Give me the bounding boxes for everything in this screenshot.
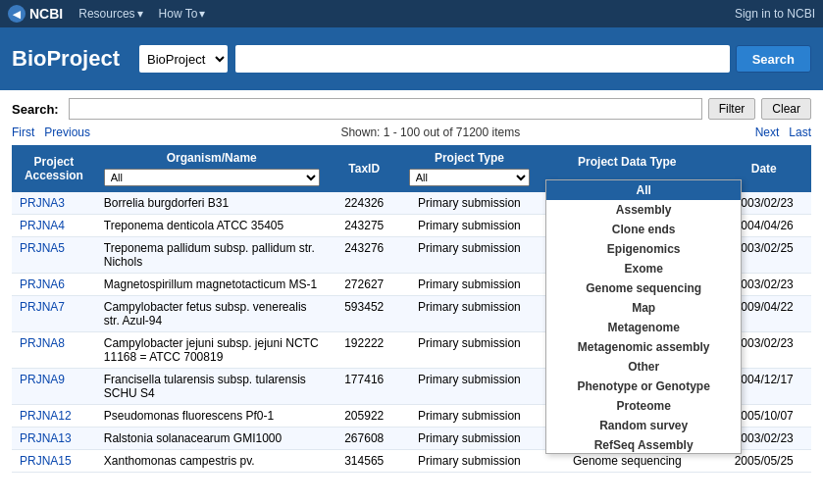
projdata-option[interactable]: Exome <box>546 259 741 278</box>
cell-projtype: Primary submission <box>401 274 538 296</box>
search-input[interactable] <box>235 45 730 73</box>
cell-projtype: Primary submission <box>401 369 538 405</box>
accession-link[interactable]: PRJNA8 <box>20 336 65 350</box>
search-button[interactable]: Search <box>736 45 811 73</box>
accession-link[interactable]: PRJNA9 <box>20 373 65 386</box>
cell-projtype: Primary submission <box>401 428 538 450</box>
accession-link[interactable]: PRJNA7 <box>20 300 65 314</box>
cell-organism: Treponema pallidum subsp. pallidum str. … <box>96 237 328 274</box>
cell-projtype: Primary submission <box>401 332 538 369</box>
search-row: Search: Filter Clear <box>12 98 811 120</box>
filter-button[interactable]: Filter <box>708 98 756 120</box>
projdata-option[interactable]: Epigenomics <box>546 239 741 259</box>
ncbi-label: NCBI <box>29 6 63 22</box>
header-projtype: Project Type All <box>401 145 538 192</box>
nav-links-left: First Previous <box>12 126 90 139</box>
cell-projtype: Primary submission <box>401 296 538 332</box>
ncbi-icon: ◀ <box>8 5 26 23</box>
search-label: Search: <box>12 102 59 117</box>
db-select[interactable]: BioProject PubMed Nucleotide Gene Protei… <box>139 45 228 73</box>
organism-filter[interactable]: All <box>104 169 320 186</box>
resources-chevron-icon: ▾ <box>137 7 143 21</box>
content-area: Search: Filter Clear First Previous Show… <box>0 90 823 480</box>
cell-projtype: Primary submission <box>401 192 538 215</box>
last-link[interactable]: Last <box>789 126 811 139</box>
ncbi-logo: ◀ NCBI <box>8 5 63 23</box>
header-organism: Organism/Name All <box>96 145 328 192</box>
accession-link[interactable]: PRJNA15 <box>20 454 72 468</box>
nav-links-right: Next Last <box>755 126 811 139</box>
signin-link[interactable]: Sign in to NCBI <box>735 7 815 21</box>
cell-accession: PRJNA5 <box>12 237 96 274</box>
header-taxid: TaxID <box>328 145 401 192</box>
cell-projtype: Primary submission <box>401 237 538 274</box>
accession-link[interactable]: PRJNA6 <box>20 277 65 291</box>
cell-accession: PRJNA9 <box>12 369 96 405</box>
header-projdata: Project Data Type AllAssemblyClone endsE… <box>538 145 716 192</box>
cell-organism: Xanthomonas campestris pv. <box>96 450 328 473</box>
cell-accession: PRJNA4 <box>12 215 96 237</box>
pagination-row: First Previous Shown: 1 - 100 out of 712… <box>12 126 811 139</box>
howto-link[interactable]: How To ▾ <box>159 7 206 21</box>
cell-organism: Magnetospirillum magnetotacticum MS-1 <box>96 274 328 296</box>
accession-link[interactable]: PRJNA3 <box>20 196 65 210</box>
projdata-option[interactable]: Phenotype or Genotype <box>546 377 741 396</box>
projdata-option[interactable]: Metagenome <box>546 318 741 337</box>
previous-link[interactable]: Previous <box>44 126 90 139</box>
cell-taxid: 272627 <box>328 274 401 296</box>
cell-projtype: Primary submission <box>401 215 538 237</box>
cell-taxid: 243276 <box>328 237 401 274</box>
cell-organism: Borrelia burgdorferi B31 <box>96 192 328 215</box>
howto-chevron-icon: ▾ <box>199 7 205 21</box>
app-title: BioProject <box>12 46 120 72</box>
projdata-option[interactable]: All <box>546 180 741 200</box>
cell-taxid: 267608 <box>328 428 401 450</box>
search-field[interactable] <box>69 98 702 120</box>
cell-accession: PRJNA13 <box>12 428 96 450</box>
db-select-container: BioProject PubMed Nucleotide Gene Protei… <box>139 45 228 73</box>
accession-link[interactable]: PRJNA12 <box>20 409 72 423</box>
cell-organism: Pseudomonas fluorescens Pf0-1 <box>96 405 328 428</box>
projdata-option[interactable]: RefSeq Assembly <box>546 435 741 454</box>
projdata-option[interactable]: Other <box>546 357 741 377</box>
cell-projtype: Primary submission <box>401 450 538 473</box>
projdata-option[interactable]: Assembly <box>546 200 741 220</box>
top-nav: ◀ NCBI Resources ▾ How To ▾ Sign in to N… <box>0 0 823 27</box>
cell-accession: PRJNA6 <box>12 274 96 296</box>
projdata-option[interactable]: Genome sequencing <box>546 278 741 298</box>
cell-organism: Treponema denticola ATCC 35405 <box>96 215 328 237</box>
header-accession: Project Accession <box>12 145 96 192</box>
cell-taxid: 205922 <box>328 405 401 428</box>
next-link[interactable]: Next <box>755 126 780 139</box>
cell-accession: PRJNA15 <box>12 450 96 473</box>
resources-link[interactable]: Resources ▾ <box>78 7 142 21</box>
projdata-option[interactable]: Proteome <box>546 396 741 416</box>
projdata-option[interactable]: Map <box>546 298 741 318</box>
cell-accession: PRJNA3 <box>12 192 96 215</box>
first-link[interactable]: First <box>12 126 34 139</box>
cell-organism: Campylobacter fetus subsp. venerealis st… <box>96 296 328 332</box>
projtype-filter[interactable]: All <box>409 169 530 186</box>
accession-link[interactable]: PRJNA4 <box>20 219 65 232</box>
projdata-dropdown-list[interactable]: AllAssemblyClone endsEpigenomicsExomeGen… <box>545 179 742 454</box>
cell-taxid: 314565 <box>328 450 401 473</box>
cell-organism: Campylobacter jejuni subsp. jejuni NCTC … <box>96 332 328 369</box>
clear-button[interactable]: Clear <box>761 98 811 120</box>
cell-accession: PRJNA7 <box>12 296 96 332</box>
cell-taxid: 593452 <box>328 296 401 332</box>
projdata-option[interactable]: Clone ends <box>546 220 741 239</box>
shown-text: Shown: 1 - 100 out of 71200 items <box>106 126 755 139</box>
accession-link[interactable]: PRJNA5 <box>20 241 65 255</box>
cell-organism: Francisella tularensis subsp. tularensis… <box>96 369 328 405</box>
cell-taxid: 243275 <box>328 215 401 237</box>
cell-taxid: 224326 <box>328 192 401 215</box>
projdata-option[interactable]: Random survey <box>546 416 741 435</box>
cell-accession: PRJNA8 <box>12 332 96 369</box>
cell-taxid: 177416 <box>328 369 401 405</box>
cell-organism: Ralstonia solanacearum GMI1000 <box>96 428 328 450</box>
accession-link[interactable]: PRJNA13 <box>20 431 72 445</box>
cell-accession: PRJNA12 <box>12 405 96 428</box>
cell-projtype: Primary submission <box>401 405 538 428</box>
cell-taxid: 192222 <box>328 332 401 369</box>
projdata-option[interactable]: Metagenomic assembly <box>546 337 741 357</box>
